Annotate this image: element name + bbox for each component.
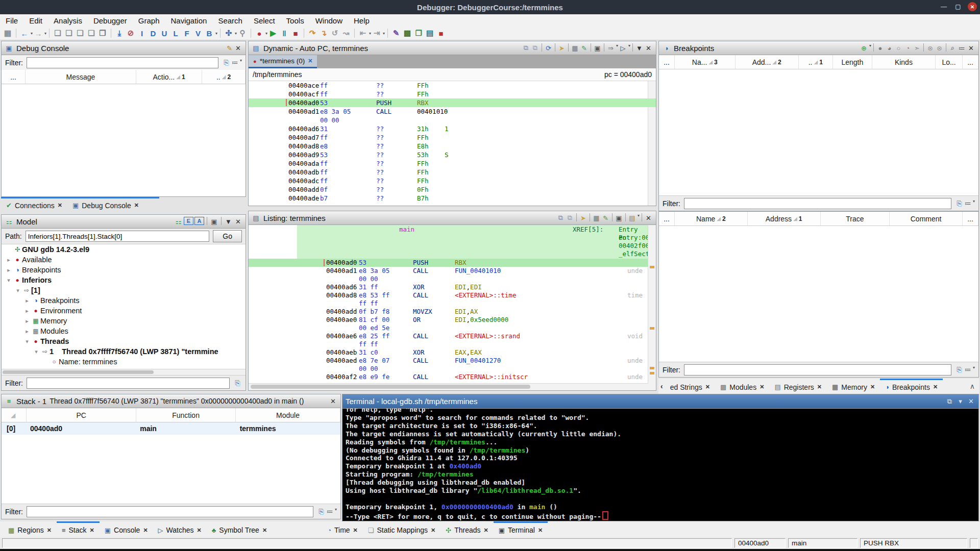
letter-a-icon[interactable]: A xyxy=(194,217,204,225)
menu-help[interactable]: Help xyxy=(348,14,375,27)
model-path-input[interactable] xyxy=(26,231,210,242)
nav-prev-icon[interactable]: ❏ xyxy=(75,28,86,39)
clear-all-breakpoints-icon[interactable]: ⊗ xyxy=(935,43,944,53)
add-breakpoint-icon[interactable]: ⊕ xyxy=(860,43,868,53)
tab-terminal[interactable]: ▣Terminal✕ xyxy=(494,521,548,537)
expander-icon[interactable]: ▸ xyxy=(23,328,31,335)
close-icon[interactable]: ✕ xyxy=(329,396,337,406)
close-tab-icon[interactable]: ✕ xyxy=(308,58,312,64)
go-button[interactable]: Go xyxy=(213,230,242,242)
tab-time[interactable]: ◔Time✕ xyxy=(322,521,363,537)
disassembly-row[interactable]: 00400ad1e8 3a 05CALLFUN_00401010unde xyxy=(249,267,648,275)
trace-tab[interactable]: ● *termmines (0) ✕ xyxy=(249,55,317,68)
disassembly-row[interactable]: 00400aeb31 c0XOREAX,EAX xyxy=(249,348,648,357)
dynamic-disassembly[interactable]: 00400aceff??FFh00400acfff??FFh00400ad053… xyxy=(249,81,656,206)
nav-next-icon[interactable]: ❏ xyxy=(63,28,75,39)
tree-diagram-icon[interactable]: ⚏ xyxy=(174,217,183,226)
paste-icon[interactable]: ⧉ xyxy=(531,43,540,53)
clear-filter-icon[interactable]: ⎘ xyxy=(222,58,231,67)
column-header-comment[interactable]: Comment xyxy=(890,212,963,226)
breakpoints-filter-input[interactable] xyxy=(684,198,951,209)
column-header-function[interactable]: Function xyxy=(136,408,236,422)
close-tab-icon[interactable]: ✕ xyxy=(262,527,267,534)
disassembly-row[interactable]: 00400ad631??31h1 xyxy=(249,124,656,133)
stack-filter-input[interactable] xyxy=(27,506,313,517)
menu-search[interactable]: Search xyxy=(212,14,248,27)
nav-snapshot-icon[interactable]: ❒ xyxy=(97,28,108,39)
paste-icon[interactable]: ⧉ xyxy=(566,213,574,222)
disassembly-row[interactable]: 00400ad8e8??E8h xyxy=(249,142,656,151)
disassembly-row[interactable]: 00400ad631 ffXOREDI,EDI xyxy=(249,283,648,291)
tab-console[interactable]: ▣Console✕ xyxy=(100,521,153,537)
menu-tools[interactable]: Tools xyxy=(281,14,310,27)
maximize-icon[interactable]: ▢ xyxy=(953,2,963,11)
filter-options-icon[interactable]: ≔ xyxy=(326,507,334,516)
close-icon[interactable]: ✕ xyxy=(234,43,242,53)
disassembly-row[interactable]: 00400ae6e8 25 ffCALL<EXTERNAL>::srandvoi… xyxy=(249,332,648,340)
resume-icon[interactable]: ▶ xyxy=(267,28,279,39)
tab-stack[interactable]: ≡Stack✕ xyxy=(57,521,100,537)
step-out-icon[interactable]: ↺ xyxy=(329,28,340,39)
column-header-[interactable]: ... xyxy=(963,212,978,226)
clear-breakpoint-icon[interactable]: ⊗ xyxy=(926,43,935,53)
disassembly-row-bytes[interactable]: ff ff xyxy=(249,299,648,308)
close-tab-icon[interactable]: ✕ xyxy=(933,384,938,390)
stop-square-icon[interactable]: ■ xyxy=(435,28,447,39)
nav-last-icon[interactable]: ❏ xyxy=(86,28,97,39)
close-tab-icon[interactable]: ✕ xyxy=(90,527,94,534)
locations-filter-input[interactable] xyxy=(684,364,951,375)
column-header-[interactable]: ..◢2 xyxy=(202,70,246,84)
disassembly-row-bytes[interactable]: ff ff xyxy=(249,340,648,348)
tab-connections[interactable]: ✔Connections✕ xyxy=(1,197,67,212)
dropdown-arrow-icon[interactable]: ▾ xyxy=(973,365,975,374)
disassembly-row[interactable]: 00400adaff??FFh xyxy=(249,159,656,168)
sync-table-icon[interactable]: ▦ xyxy=(592,213,601,222)
filter-options-icon[interactable]: ≔ xyxy=(964,365,972,374)
tab-debug-console[interactable]: ▣Debug Console✕ xyxy=(67,197,144,212)
disassembly-row[interactable]: 00400ad7ff??FFh xyxy=(249,133,656,142)
tree-node[interactable]: ▾●Threads xyxy=(2,336,246,346)
tab-symbol-tree[interactable]: ♣Symbol Tree✕ xyxy=(207,521,272,537)
dropdown-arrow-icon[interactable]: ▾ xyxy=(869,43,871,53)
expander-icon[interactable]: ▸ xyxy=(5,257,13,263)
menu-select[interactable]: Select xyxy=(248,14,281,27)
listing-marker-strip[interactable] xyxy=(648,225,656,390)
copy-icon[interactable]: ⧉ xyxy=(556,213,565,222)
disassembly-row-bytes[interactable]: 00 00 xyxy=(249,275,648,283)
letter-e-icon[interactable]: E xyxy=(184,217,193,225)
disassembly-row-bytes[interactable]: 00 00 xyxy=(249,116,656,124)
menu-icon[interactable]: ▼ xyxy=(224,217,233,226)
tree-node[interactable]: ▾●Inferiors xyxy=(2,275,246,285)
attach-icon[interactable]: ⚲ xyxy=(237,28,248,39)
column-header-kinds[interactable]: Kinds xyxy=(872,55,936,69)
expander-icon[interactable]: ▾ xyxy=(14,287,22,294)
menu-navigation[interactable]: Navigation xyxy=(165,14,212,27)
column-header-message[interactable]: Message xyxy=(26,70,136,84)
search-icon[interactable]: ⌕ xyxy=(948,43,957,53)
terminal-content[interactable]: for help, type "help".Type "apropos word… xyxy=(342,409,978,521)
sync-edit-icon[interactable]: ✎ xyxy=(580,43,589,53)
pencil-icon[interactable]: ✎ xyxy=(390,28,402,39)
clear-filter-icon[interactable]: ⎘ xyxy=(955,199,964,208)
skip-back-icon[interactable]: ⇤ xyxy=(357,28,369,39)
disassembly-row[interactable]: 00400acfff??FFh xyxy=(249,90,656,98)
bookmark-marker[interactable] xyxy=(650,327,654,330)
snapshot-icon[interactable]: ▣ xyxy=(210,217,218,226)
close-tab-icon[interactable]: ✕ xyxy=(47,527,52,534)
tab-regions[interactable]: ▦Regions✕ xyxy=(3,521,57,537)
step-menu-icon[interactable]: ▷ xyxy=(619,43,627,53)
clear-filter-icon[interactable]: ⎘ xyxy=(955,365,964,374)
column-header-[interactable]: ... xyxy=(963,55,978,69)
skip-forward-icon[interactable]: ⇥ xyxy=(371,28,382,39)
tree-node[interactable]: ▸●Available xyxy=(2,255,246,265)
dropdown-arrow-icon[interactable]: ▾ xyxy=(335,507,337,516)
menu-icon[interactable]: ▼ xyxy=(635,43,644,53)
clear-filter-icon[interactable]: ⎘ xyxy=(317,507,326,516)
sync-edit-icon[interactable]: ✎ xyxy=(601,213,610,222)
copy-icon[interactable]: ⧉ xyxy=(522,43,530,53)
close-icon[interactable]: ✕ xyxy=(644,43,653,53)
snapshot-icon[interactable]: ▣ xyxy=(593,43,602,53)
debug-console-body[interactable] xyxy=(2,84,246,196)
model-tree[interactable]: ✣GNU gdb 14.2-3.el9▸●Available▸◑Breakpoi… xyxy=(2,244,246,369)
tab-breakpoints[interactable]: ◑Breakpoints✕ xyxy=(880,379,943,394)
